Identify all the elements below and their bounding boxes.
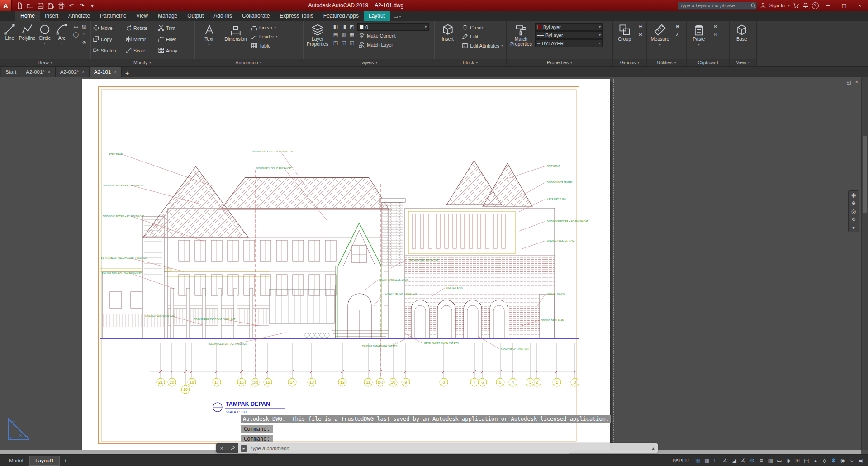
file-tab-a2-002[interactable]: A2-002*× [56, 67, 90, 77]
doc-minimize-icon[interactable]: ─ [839, 79, 842, 85]
doc-close-icon[interactable]: × [855, 79, 858, 85]
layer-on-icon[interactable]: ▥ [340, 30, 348, 38]
sign-in-dropdown-icon[interactable]: ▾ [788, 4, 790, 8]
annotation-visibility-icon[interactable]: ▴ [811, 456, 820, 465]
spline-icon[interactable]: ≈ [80, 30, 88, 38]
cut-icon[interactable]: ⊗ [711, 22, 720, 30]
layer-lock-icon[interactable]: ▤ [332, 30, 340, 38]
group-button[interactable]: Group [615, 22, 634, 59]
layer-off-icon[interactable]: ◧ [332, 22, 340, 30]
command-close-icon[interactable]: × [216, 443, 227, 453]
point-icon[interactable]: ⋯ [72, 38, 80, 47]
panel-view-footer[interactable]: View▾ [730, 59, 756, 66]
command-input[interactable]: ▸ Type a command [238, 443, 649, 453]
insert-button[interactable]: Insert [436, 22, 459, 59]
object-snap-icon[interactable]: ⊙ [748, 456, 757, 465]
layer-dropdown[interactable]: 0 ▾ [357, 23, 429, 31]
paper-space-toggle[interactable]: PAPER [669, 456, 693, 465]
layer-freeze-icon[interactable]: ◩ [348, 22, 356, 30]
ungroup-icon[interactable]: ⊟ [636, 22, 645, 30]
new-icon[interactable] [14, 1, 24, 10]
donut-icon[interactable]: ⊚ [80, 38, 88, 47]
panel-draw-footer[interactable]: Draw▾ [0, 59, 90, 66]
panel-clipboard-footer[interactable]: Clipboard [687, 59, 729, 66]
ribbon-tab-add-ins[interactable]: Add-ins [209, 11, 237, 21]
minimize-button[interactable]: ─ [822, 0, 835, 10]
user-icon[interactable] [760, 2, 766, 9]
close-button[interactable]: × [854, 0, 866, 10]
base-button[interactable]: Base [731, 22, 752, 59]
arc-button[interactable]: Arc ▾ [54, 22, 70, 59]
make-current-button[interactable]: Make Current [357, 31, 429, 40]
ribbon-tab-insert[interactable]: Insert [40, 11, 63, 21]
snap-mode-icon[interactable]: ▩ [702, 456, 711, 465]
layer-unlock-icon[interactable]: ◰ [332, 38, 340, 47]
file-tab-close-icon[interactable]: × [48, 70, 51, 75]
search-input[interactable] [678, 2, 750, 9]
linear-button[interactable]: Linear▾ [250, 23, 279, 32]
ribbon-tab-featured-apps[interactable]: Featured Apps [318, 11, 364, 21]
array-button[interactable]: Array [157, 45, 190, 56]
vertical-scroll-thumb[interactable] [863, 136, 867, 213]
dimension-button[interactable]: Dimension [223, 22, 248, 59]
autoscale-icon[interactable]: ◇ [820, 456, 829, 465]
match-properties-button[interactable]: Match Properties [508, 22, 534, 59]
ribbon-tab-collaborate[interactable]: Collaborate [237, 11, 275, 21]
dynamic-ucs-icon[interactable]: ⊞ [793, 456, 802, 465]
ellipse-icon[interactable]: ◯ [72, 30, 80, 38]
panel-groups-footer[interactable]: Groups▾ [613, 59, 646, 66]
navbar-more-icon[interactable]: ▾ [852, 225, 855, 230]
ribbon-tab-layout[interactable]: Layout [364, 11, 390, 21]
vertical-scrollbar[interactable] [861, 77, 868, 450]
lineweight-icon[interactable]: ≡ [757, 456, 766, 465]
layout-paper[interactable]: 21201918171615.5151413121110.51098765432… [82, 79, 610, 453]
open-icon[interactable] [25, 1, 35, 10]
panel-modify-footer[interactable]: Modify▾ [90, 59, 194, 66]
doc-restore-icon[interactable]: ◱ [846, 79, 851, 85]
ribbon-tab-home[interactable]: Home [15, 11, 40, 21]
ribbon-tab-express-tools[interactable]: Express Tools [275, 11, 318, 21]
layer-merge-icon[interactable]: ◲ [348, 38, 356, 47]
model-tab[interactable]: Model [4, 456, 28, 465]
ribbon-tab-annotate[interactable]: Annotate [63, 11, 95, 21]
match-layer-button[interactable]: Match Layer [357, 40, 429, 49]
panel-annotation-footer[interactable]: Annotation▾ [194, 59, 303, 66]
edit-block-button[interactable]: Edit [460, 32, 504, 41]
3d-object-snap-icon[interactable]: ◈ [784, 456, 793, 465]
file-tab-start[interactable]: Start [1, 67, 21, 77]
new-layout-button[interactable]: + [61, 456, 70, 465]
command-customize-icon[interactable] [227, 443, 238, 453]
line-button[interactable]: Line [2, 22, 18, 59]
isometric-drafting-icon[interactable]: ◢ [730, 456, 739, 465]
lineweight-dropdown[interactable]: ByLayer ▾ [535, 31, 603, 39]
rotate-button[interactable]: Rotate [125, 22, 157, 33]
quick-select-icon[interactable]: ⊕ [674, 22, 682, 30]
table-button[interactable]: Table [250, 41, 279, 50]
qat-menu-icon[interactable]: ▾ [87, 1, 97, 10]
application-menu-button[interactable]: A [0, 0, 12, 11]
layout1-tab[interactable]: Layout1 [29, 456, 60, 466]
command-history-toggle-icon[interactable]: ▴ [649, 443, 658, 453]
file-tab-close-icon[interactable]: × [82, 70, 85, 75]
ribbon-tab-output[interactable]: Output [182, 11, 209, 21]
measure-button[interactable]: Measure ▾ [649, 22, 671, 59]
copy-button[interactable]: Copy [92, 33, 125, 45]
file-tab-close-icon[interactable]: × [114, 70, 117, 75]
zoom-icon[interactable]: ◎ [851, 209, 856, 214]
layer-thaw-icon[interactable]: ▦ [348, 30, 356, 38]
clean-screen-icon[interactable]: ▣ [856, 456, 865, 465]
layer-walk-icon[interactable]: ◱ [340, 38, 348, 47]
maximize-button[interactable]: ◱ [838, 0, 850, 10]
new-drawing-tab-button[interactable]: + [122, 70, 133, 77]
paste-button[interactable]: Paste ▾ [688, 22, 709, 59]
object-color-dropdown[interactable]: ByLayer ▾ [535, 23, 603, 31]
osnap-tracking-icon[interactable]: ∡ [739, 456, 748, 465]
ribbon-minimize-button[interactable]: ▭ ▾ [390, 14, 404, 21]
panel-utilities-footer[interactable]: Utilities▾ [647, 59, 686, 66]
navigation-wheel-icon[interactable]: ◉ [851, 192, 856, 198]
quick-calc-icon[interactable]: ∡ [674, 30, 682, 38]
plot-icon[interactable] [56, 1, 66, 10]
ribbon-tab-view[interactable]: View [131, 11, 153, 21]
sign-in-button[interactable]: Sign In [769, 3, 785, 8]
edit-attributes-button[interactable]: Edit Attributes▾ [460, 41, 504, 50]
